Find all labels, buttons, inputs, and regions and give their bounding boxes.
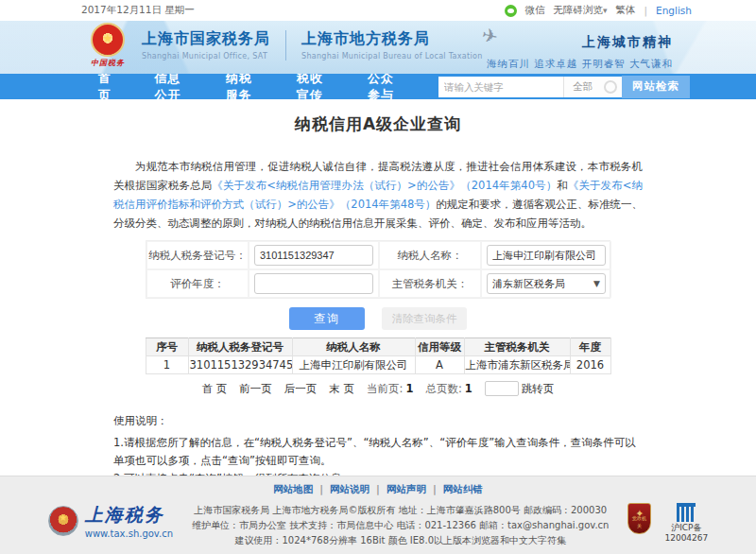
first-page-link[interactable]: 首 页 (202, 382, 228, 396)
tax-authority-select[interactable]: 浦东新区税务局 ▼ (487, 273, 606, 294)
table-cell-name: 上海申江印刷有限公司 (292, 356, 415, 374)
col-header-authority: 主管税务机关 (464, 338, 570, 356)
table-cell-authority: 上海市浦东新区税务局 (464, 356, 570, 374)
org-national-tax[interactable]: 上海市国家税务局 Shanghai Municipal Office, SAT (142, 29, 270, 61)
government-badge-label: 党政机关 (630, 515, 649, 529)
separator: | (319, 483, 323, 496)
current-page-number: 1 (405, 382, 413, 395)
nav-item-tax-services[interactable]: 纳税服务 (226, 70, 255, 104)
footer-maintenance-line: 维护单位：市局办公室 技术支持：市局信息中心 电话：021-12366 邮箱：t… (192, 518, 609, 533)
national-emblem-icon (91, 23, 125, 57)
org-local-tax[interactable]: 上海市地方税务局 Shanghai Municipal Bureau of Lo… (301, 29, 483, 61)
spirit-title: 上海城市精神 (487, 34, 673, 51)
footer-links: 网站地图 | 网站说明 | 网站声明 | 网站纠错 (0, 483, 756, 496)
intro-paragraph: 为规范本市纳税信用管理，促进纳税人诚信自律，提高税法遵从度，推进社会信用体系建设… (113, 157, 643, 233)
current-page-label: 当前页: (367, 382, 403, 396)
icp-number: 12004267 (664, 533, 708, 544)
table-header-row: 序号 纳税人税务登记号 纳税人名称 信用等级 主管税务机关 年度 (146, 338, 610, 356)
table-cell-credit-rating: A (415, 356, 464, 374)
footer-site-url: www.tax.sh.gov.cn (85, 528, 173, 539)
site-header: 中国税务 上海市国家税务局 Shanghai Municipal Office,… (0, 21, 756, 74)
jump-page-button[interactable]: 跳转页 (522, 382, 555, 396)
footer-link-error-report[interactable]: 网站纠错 (443, 483, 483, 496)
tax-emblem-logo[interactable]: 中国税务 (83, 23, 132, 68)
col-header-year: 年度 (570, 338, 610, 356)
accessibility-label: 无障碍浏览 (554, 4, 604, 15)
policy-link-40[interactable]: 《关于发布<纳税信用管理办法（试行）>的公告》（2014年第40号） (212, 179, 557, 192)
org1-name: 上海市国家税务局 (142, 29, 270, 49)
pagination: 首 页 前一页 后一页 末 页 当前页: 1 总页数: 1 跳转页 (113, 381, 643, 396)
nav-item-home[interactable]: 首页 (98, 70, 113, 104)
english-link[interactable]: English (656, 5, 692, 16)
col-header-index: 序号 (146, 338, 188, 356)
org2-name: 上海市地方税务局 (301, 29, 483, 49)
intro-text-2: 和 (557, 179, 568, 192)
footer-logo-text: 上海税务 (85, 503, 173, 528)
table-cell-year: 2016 (570, 356, 610, 374)
eval-year-input[interactable] (254, 273, 373, 294)
footer-browser-advice-line: 建议使用：1024*768分辨率 16Bit 颜色 IE8.0以上版本浏览器和中… (192, 533, 609, 548)
org1-english: Shanghai Municipal Office, SAT (142, 52, 270, 61)
accessibility-link[interactable]: 无障碍浏览▾ (554, 4, 608, 17)
results-table: 序号 纳税人税务登记号 纳税人名称 信用等级 主管税务机关 年度 1 31011… (146, 338, 611, 374)
divider (285, 30, 286, 61)
col-header-credit-rating: 信用等级 (415, 338, 464, 356)
taxpayer-name-label: 纳税人名称： (398, 249, 463, 263)
reg-no-label: 纳税人税务登记号： (148, 249, 247, 263)
top-utility-bar: 2017年12月11日 星期一 微信 无障碍浏览▾ 繁体 | English (0, 0, 756, 21)
total-pages-number: 1 (465, 382, 472, 395)
reg-no-input[interactable] (254, 245, 373, 266)
search-scope-dropdown[interactable]: 全部 (563, 77, 622, 97)
table-cell-index: 1 (146, 356, 188, 374)
wechat-link[interactable]: 微信 (525, 4, 545, 17)
footer-link-site-help[interactable]: 网站说明 (330, 483, 369, 496)
site-search-button[interactable]: 网站检索 (622, 76, 690, 98)
tax-authority-value: 浦东新区税务局 (492, 277, 565, 291)
table-row: 1 310115132934745 上海申江印刷有限公司 A 上海市浦东新区税务… (146, 356, 610, 374)
nav-item-public-participation[interactable]: 公众参与 (368, 70, 397, 104)
search-scope-label: 全部 (573, 80, 593, 94)
total-pages-label: 总页数: (425, 382, 461, 396)
site-footer: 网站地图 | 网站说明 | 网站声明 | 网站纠错 上海税务 www.tax.s… (0, 476, 756, 554)
separator: | (644, 5, 648, 16)
magnifier-icon (604, 80, 617, 94)
nav-item-tax-publicity[interactable]: 税收宣传 (297, 70, 326, 104)
query-button[interactable]: 查询 (289, 307, 365, 330)
footer-link-site-statement[interactable]: 网站声明 (387, 483, 426, 496)
date-text: 2017年12月11日 星期一 (81, 4, 195, 17)
page-title: 纳税信用A级企业查询 (113, 99, 643, 135)
icp-label: 沪ICP备 (664, 523, 708, 533)
government-badge-icon[interactable]: 党政机关 (627, 503, 651, 534)
logo-caption: 中国税务 (83, 58, 132, 68)
last-page-link[interactable]: 末 页 (329, 382, 354, 396)
nav-item-info-disclosure[interactable]: 信息公开 (155, 70, 184, 104)
search-input[interactable] (438, 77, 563, 97)
instructions-heading: 使用说明： (113, 412, 643, 430)
city-spirit-block: ✈ 上海城市精神 海纳百川 追求卓越 开明睿智 大气谦和 (487, 26, 673, 71)
tax-bureau-emblem-icon (48, 506, 78, 536)
main-content: 纳税信用A级企业查询 为规范本市纳税信用管理，促进纳税人诚信自律，提高税法遵从度… (113, 99, 643, 506)
jump-page-input[interactable] (485, 381, 519, 396)
org2-english: Shanghai Municipal Bureau of Local Taxat… (301, 52, 483, 61)
footer-link-sitemap[interactable]: 网站地图 (273, 483, 313, 496)
footer-logo[interactable]: 上海税务 www.tax.sh.gov.cn (48, 503, 173, 539)
next-page-link[interactable]: 后一页 (284, 382, 318, 396)
footer-info-text: 上海市国家税务局 上海市地方税务局©版权所有 地址：上海市肇嘉浜路800号 邮政… (192, 503, 609, 548)
separator: | (433, 483, 437, 496)
clear-conditions-button[interactable]: 清除查询条件 (382, 307, 467, 330)
separator: | (376, 483, 380, 496)
query-form: 纳税人税务登记号： 纳税人名称： 评价年度： 主管税务机关： 浦东新区税务局 ▼ (146, 240, 610, 299)
eval-year-label: 评价年度： (170, 277, 225, 291)
prev-page-link[interactable]: 前一页 (239, 382, 272, 396)
icp-registration[interactable]: 沪ICP备 12004267 (664, 503, 708, 544)
footer-copyright-line: 上海市国家税务局 上海市地方税务局©版权所有 地址：上海市肇嘉浜路800号 邮政… (192, 503, 609, 518)
table-cell-reg-no: 310115132934745 (188, 356, 292, 374)
col-header-reg-no: 纳税人税务登记号 (188, 338, 292, 356)
taxpayer-name-input[interactable] (487, 245, 606, 266)
wechat-icon[interactable] (505, 5, 517, 17)
tax-authority-label: 主管税务机关： (392, 277, 469, 291)
traditional-chinese-link[interactable]: 繁体 (616, 4, 636, 17)
icp-building-icon (677, 503, 696, 522)
chevron-down-icon: ▾ (603, 6, 608, 15)
instruction-line-1: 1.请根据您所了解的信息，在“纳税人税务登记号”、“纳税人名称”、“评价年度”输… (113, 434, 643, 470)
